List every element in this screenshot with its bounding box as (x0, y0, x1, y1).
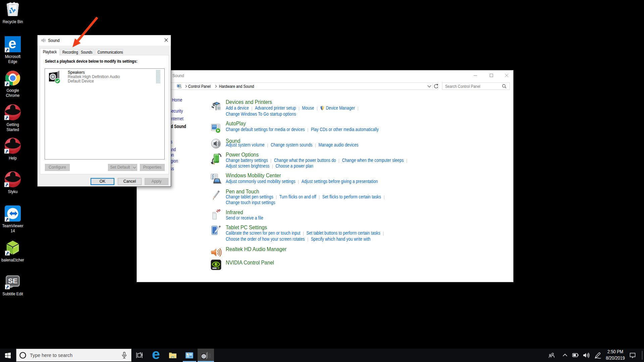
svg-text:e: e (8, 36, 16, 51)
svg-text:SE: SE (8, 277, 17, 285)
svg-text:e: e (152, 349, 160, 362)
